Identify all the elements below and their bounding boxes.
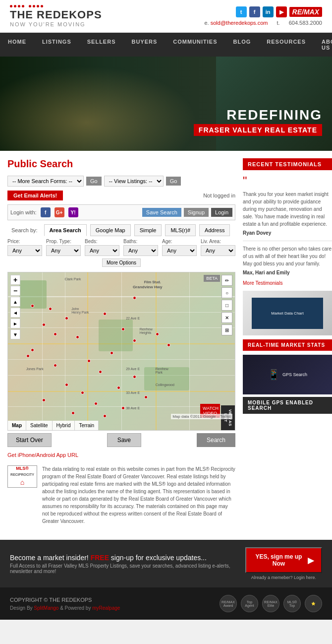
more-options-button[interactable]: More Options <box>102 258 141 267</box>
map-pin[interactable] <box>133 296 136 300</box>
pan-right-button[interactable]: ► <box>10 319 20 328</box>
map-pin[interactable] <box>94 402 98 405</box>
map-type-terrain[interactable]: Terrain <box>75 421 99 430</box>
award-badge-3: RE/MAXElite <box>262 595 279 612</box>
newsletter-login-link[interactable]: Already a memeber? Login here. <box>251 575 316 580</box>
nav-buyers[interactable]: BUYERS <box>123 33 165 57</box>
nav-resources[interactable]: RESOURCES <box>259 33 314 57</box>
map-pin[interactable] <box>42 398 46 402</box>
login-button[interactable]: Login <box>211 208 232 217</box>
youtube-icon[interactable]: ▶ <box>276 6 287 17</box>
nav-communities[interactable]: COMMUNITIES <box>165 33 225 57</box>
twitter-icon[interactable]: t <box>236 6 247 17</box>
age-select[interactable]: Any <box>162 245 197 256</box>
get-email-alerts-button[interactable]: Get Email Alerts! <box>7 191 63 200</box>
pan-up-button[interactable]: ▲ <box>10 297 20 307</box>
map-pin[interactable] <box>81 391 84 394</box>
pan-left-button[interactable]: ◄ <box>10 308 20 318</box>
view-listings-select[interactable]: -- View Listings: -- <box>104 176 164 187</box>
map-pin[interactable] <box>156 332 159 336</box>
map-pin[interactable] <box>49 307 52 311</box>
yahoo-login-icon[interactable]: Y! <box>68 207 78 217</box>
map-type-map[interactable]: Map <box>8 421 26 430</box>
map-circle-button[interactable]: ○ <box>221 287 232 298</box>
nav-about[interactable]: ABOUT US <box>314 33 332 57</box>
prop-type-select[interactable]: Any <box>46 245 81 256</box>
app-url-link[interactable]: Get iPhone/Android App URL <box>7 452 235 458</box>
map-pin[interactable] <box>99 370 102 374</box>
tab-address[interactable]: Address <box>199 224 230 236</box>
map-pin[interactable] <box>26 354 30 358</box>
liv-area-select[interactable]: Any <box>201 245 235 256</box>
age-label: Age: <box>162 239 197 244</box>
signup-button[interactable]: Signup <box>184 208 209 217</box>
map-pin[interactable] <box>54 332 57 336</box>
map-pin[interactable] <box>167 343 170 347</box>
map-pin[interactable] <box>103 312 107 316</box>
google-login-icon[interactable]: G+ <box>55 207 64 217</box>
map-pin[interactable] <box>87 359 91 363</box>
tab-simple[interactable]: Simple <box>134 224 162 236</box>
map-pin[interactable] <box>103 414 107 418</box>
map-pin[interactable] <box>110 351 113 355</box>
map-type-hybrid[interactable]: Hybrid <box>53 421 75 430</box>
save-search-button[interactable]: Save Search <box>142 208 181 217</box>
nav-sellers[interactable]: SELLERS <box>79 33 124 57</box>
map-pin[interactable] <box>42 323 46 326</box>
price-select[interactable]: Any <box>7 245 42 256</box>
baths-select[interactable]: Any <box>123 245 158 256</box>
tab-google-map[interactable]: Google Map <box>90 224 131 236</box>
go-button-forms[interactable]: Go <box>86 177 102 186</box>
newsletter-signup-area: YES, sign me up Now ▶ Already a memeber?… <box>245 547 322 580</box>
mls-badge-label: RECIPROCITY <box>10 472 34 478</box>
map-container[interactable]: + − ▲ ◄ ► ▼ ✏ ○ □ ✕ ⊞ BETA WAT <box>7 272 235 431</box>
mls-badge-top: MLS® <box>16 465 29 472</box>
map-pin[interactable] <box>31 304 34 308</box>
map-x-button[interactable]: ✕ <box>221 312 232 323</box>
facebook-icon[interactable]: f <box>249 6 260 17</box>
map-pin[interactable] <box>71 411 75 415</box>
nav-blog[interactable]: BLOG <box>225 33 259 57</box>
email-link[interactable]: sold@theredekops.com <box>211 20 268 26</box>
search-forms-bar: -- More Search Forms: -- Go -- View List… <box>7 176 235 187</box>
map-pin[interactable] <box>65 317 68 320</box>
zoom-in-button[interactable]: + <box>10 275 20 285</box>
more-testimonials-link[interactable]: More Testimonials <box>243 280 332 286</box>
start-over-button[interactable]: Start Over <box>7 433 52 447</box>
map-pin[interactable] <box>144 395 148 399</box>
design-by-link[interactable]: SplitMango <box>34 605 58 611</box>
newsletter-title-start: Become a market insider! <box>10 554 91 562</box>
map-draw-button[interactable]: ✏ <box>221 275 232 286</box>
map-layers-button[interactable]: ⊞ <box>221 324 232 335</box>
linkedin-icon[interactable]: in <box>263 6 274 17</box>
go-button-listings[interactable]: Go <box>166 177 181 186</box>
nav-home[interactable]: HOME <box>0 33 34 57</box>
map-type-satellite[interactable]: Satellite <box>26 421 53 430</box>
site-title: THE REDEKOPS <box>10 8 102 21</box>
map-pin[interactable] <box>121 406 125 410</box>
nav-listings[interactable]: LISTINGS <box>34 33 79 57</box>
powered-by-link[interactable]: myRealpage <box>92 605 120 611</box>
map-rect-button[interactable]: □ <box>221 300 232 311</box>
save-button[interactable]: Save <box>107 433 141 447</box>
tab-area-search[interactable]: Area Search <box>44 224 87 236</box>
newsletter-signup-button[interactable]: YES, sign me up Now ▶ <box>245 547 322 573</box>
map-pin[interactable] <box>117 386 120 389</box>
testimonials-header: RECENT TESTIMONIALS <box>243 158 332 170</box>
pan-down-button[interactable]: ▼ <box>10 329 20 339</box>
search-button[interactable]: Search <box>197 433 235 447</box>
newsletter-title: Become a market insider! FREE sign-up fo… <box>10 554 245 562</box>
more-search-forms-select[interactable]: -- More Search Forms: -- <box>7 176 84 187</box>
beds-select[interactable]: Any <box>85 245 119 256</box>
map-pin[interactable] <box>133 375 136 379</box>
map-pin[interactable] <box>133 339 136 342</box>
testimonial-2-text: There is no other person who takes care … <box>243 245 332 267</box>
map-pin[interactable] <box>65 383 68 386</box>
newsletter-text: Become a market insider! FREE sign-up fo… <box>10 554 245 574</box>
zoom-out-button[interactable]: − <box>10 286 20 296</box>
facebook-login-icon[interactable]: f <box>41 207 51 217</box>
map-pin[interactable] <box>54 364 57 367</box>
tab-mls[interactable]: MLS(r)# <box>165 224 196 236</box>
map-pin[interactable] <box>76 335 79 339</box>
map-pin[interactable] <box>31 348 34 352</box>
